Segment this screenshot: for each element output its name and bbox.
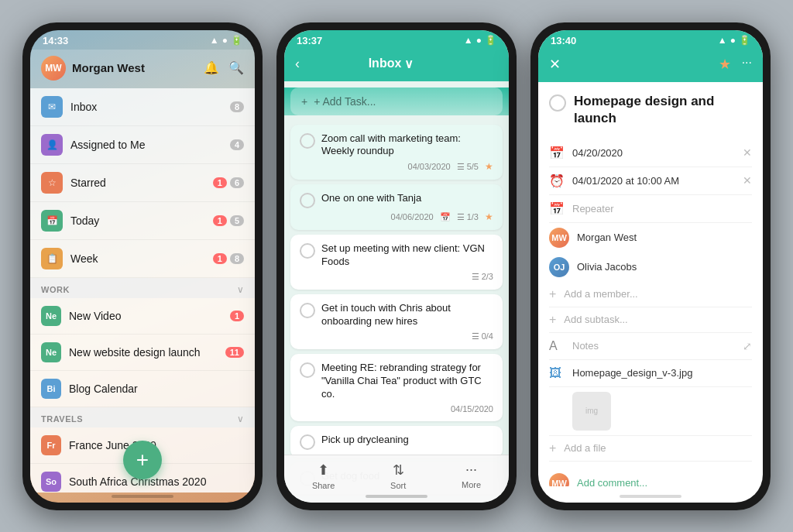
travels-chevron: ∨ — [237, 414, 244, 424]
repeat-icon: 📅 — [549, 201, 565, 216]
assigned-label: Assigned to Me — [70, 139, 227, 151]
starred-badge-red: 1 — [213, 177, 227, 188]
notes-label: Notes — [572, 340, 735, 352]
france-icon: Fr — [41, 435, 61, 455]
member-row-morgan: MW Morgan West — [549, 223, 752, 252]
section-travels[interactable]: TRAVELS ∨ — [30, 407, 255, 427]
signal-icon: ● — [222, 35, 228, 46]
sidebar-item-assigned[interactable]: 👤 Assigned to Me 4 — [30, 126, 255, 164]
task-item-5[interactable]: Meeting RE: rebranding strategy for "Van… — [290, 354, 503, 421]
inbox-label: Inbox — [70, 101, 227, 113]
add-member-row[interactable]: + Add a member... — [549, 282, 752, 307]
share-button[interactable]: ⬆ Share — [312, 462, 335, 490]
sidebar-item-starred[interactable]: ☆ Starred 1 6 — [30, 164, 255, 202]
add-subtask-label: Add subtask... — [564, 314, 627, 325]
detail-repeater-row[interactable]: 📅 Repeater — [549, 195, 752, 223]
starred-label: Starred — [70, 177, 210, 189]
south-africa-label: South Africa Christmas 2020 — [69, 475, 244, 488]
task-list: Zoom call with marketing team: Weekly ro… — [284, 122, 509, 502]
inbox-icon: ✉ — [41, 96, 63, 118]
task-date-1: 04/03/2020 — [408, 162, 451, 171]
add-comment-label: Add comment... — [577, 477, 647, 486]
wifi-icon-3: ▲ — [718, 35, 727, 46]
more-label: More — [462, 480, 481, 489]
fab-add[interactable]: + — [123, 441, 162, 479]
add-comment-row[interactable]: MW Add comment... — [549, 468, 752, 486]
task-star-2[interactable]: ★ — [485, 211, 493, 222]
starred-icon: ☆ — [41, 172, 63, 194]
task-item-3[interactable]: Set up meeting with new client: VGN Food… — [290, 235, 503, 290]
notes-row[interactable]: A Notes ⤢ — [549, 333, 752, 360]
expand-icon[interactable]: ⤢ — [743, 340, 752, 352]
section-travels-label: TRAVELS — [41, 414, 83, 424]
task-circle-1[interactable] — [300, 133, 315, 149]
sidebar-item-week[interactable]: 📋 Week 1 8 — [30, 240, 255, 278]
task-item-6[interactable]: Pick up drycleaning — [290, 426, 503, 458]
task-item-1[interactable]: Zoom call with marketing team: Weekly ro… — [290, 125, 503, 180]
add-subtask-icon: + — [549, 313, 556, 327]
file-name: Homepage_design_v-3.jpg — [572, 367, 692, 379]
new-video-icon: Ne — [41, 306, 61, 326]
section-work[interactable]: WORK ∨ — [30, 278, 255, 298]
bell-icon[interactable]: 🔔 — [204, 60, 219, 75]
task-item-4[interactable]: Get in touch with Chris about onboarding… — [290, 294, 503, 349]
task-circle-4[interactable] — [300, 303, 315, 318]
south-africa-icon: So — [41, 472, 61, 492]
search-icon[interactable]: 🔍 — [228, 60, 244, 75]
task-title-6: Pick up drycleaning — [321, 434, 493, 447]
star-button[interactable]: ★ — [719, 56, 731, 73]
task-checklist-1: ☰ 5/5 — [457, 162, 479, 172]
member-row-olivia: OJ Olivia Jacobs — [549, 252, 752, 282]
task-title-1: Zoom call with marketing team: Weekly ro… — [321, 132, 493, 159]
week-badge-gray: 8 — [230, 253, 244, 264]
task-main-title: Homepage design and launch — [574, 93, 752, 127]
today-label: Today — [70, 215, 210, 227]
sidebar-item-inbox[interactable]: ✉ Inbox 8 — [30, 88, 255, 126]
status-icons-3: ▲ ● 🔋 — [718, 35, 750, 46]
week-icon: 📋 — [41, 248, 63, 269]
sidebar-item-blog[interactable]: Bi Blog Calendar — [30, 371, 255, 407]
task-circle-2[interactable] — [300, 193, 315, 208]
sidebar-content: ✉ Inbox 8 👤 Assigned to Me 4 ☆ Starred 1… — [30, 88, 255, 493]
sidebar-item-new-video[interactable]: Ne New Video 1 — [30, 298, 255, 335]
task-circle-5[interactable] — [300, 362, 315, 378]
add-icon: + — [301, 95, 307, 108]
back-button[interactable]: ‹ — [295, 56, 300, 72]
more-button[interactable]: ··· More — [462, 462, 481, 490]
task-star-1[interactable]: ★ — [485, 161, 493, 172]
task-date-5: 04/15/2020 — [451, 404, 493, 414]
date-clear-button[interactable]: ✕ — [743, 146, 752, 159]
sidebar-header: MW Morgan West 🔔 🔍 — [30, 50, 255, 88]
status-bar-3: 13:40 ▲ ● 🔋 — [538, 30, 763, 50]
comment-section: MW Add comment... MW Morgan West Excited… — [549, 462, 752, 486]
add-task-bar[interactable]: + + Add Task... — [290, 88, 503, 115]
blog-label: Blog Calendar — [69, 383, 244, 395]
sidebar-item-new-website[interactable]: Ne New website design launch 11 — [30, 335, 255, 371]
task-title-2: One on one with Tanja — [321, 192, 493, 205]
task-item-2[interactable]: One on one with Tanja 04/06/2020 📅 ☰ 1/3… — [290, 184, 503, 230]
complete-circle[interactable] — [549, 94, 566, 112]
detail-date-row[interactable]: 📅 04/20/2020 ✕ — [549, 139, 752, 167]
inbox-title-text: Inbox — [369, 57, 402, 70]
sidebar-item-today[interactable]: 📅 Today 1 5 — [30, 202, 255, 240]
detail-time-row[interactable]: ⏰ 04/01/2020 at 10:00 AM ✕ — [549, 167, 752, 195]
time-clear-button[interactable]: ✕ — [743, 174, 752, 187]
work-chevron: ∨ — [237, 284, 244, 295]
signal-icon-2: ● — [476, 35, 482, 46]
file-row[interactable]: 🖼 Homepage_design_v-3.jpg — [549, 360, 752, 387]
add-member-label: Add a member... — [564, 288, 637, 300]
task-circle-6[interactable] — [300, 434, 315, 450]
sort-button[interactable]: ⇅ Sort — [390, 462, 406, 490]
olivia-avatar: OJ — [549, 257, 569, 277]
battery-icon: 🔋 — [231, 35, 242, 46]
dropdown-chevron[interactable]: ∨ — [404, 57, 414, 71]
assigned-badge: 4 — [230, 139, 244, 150]
add-subtask-row[interactable]: + Add subtask... — [549, 307, 752, 333]
add-file-row[interactable]: + Add a file — [549, 436, 752, 462]
new-video-badge: 1 — [230, 311, 244, 321]
close-button[interactable]: ✕ — [549, 56, 561, 73]
detail-more-button[interactable]: ··· — [742, 56, 752, 73]
task-circle-3[interactable] — [300, 243, 315, 259]
add-file-icon: + — [549, 441, 556, 455]
section-work-label: WORK — [41, 285, 70, 294]
